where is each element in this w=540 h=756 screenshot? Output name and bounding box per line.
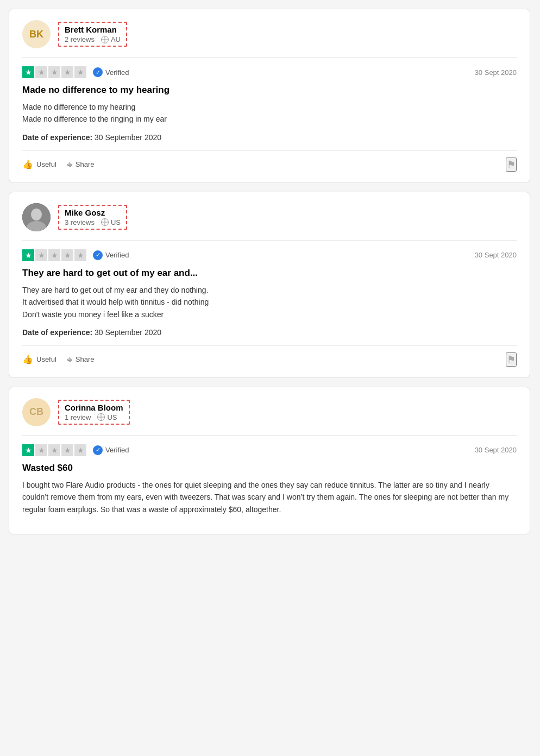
rating-left: ★★★★★ ✓ Verified bbox=[22, 444, 129, 456]
reviewer-name: Brett Korman bbox=[65, 25, 121, 34]
verified-label: Verified bbox=[105, 251, 129, 259]
share-icon: ⎆ bbox=[67, 160, 72, 169]
reviewer-section: CB Corinna Bloom 1 review US bbox=[22, 398, 517, 426]
globe-icon bbox=[101, 36, 109, 43]
reviewer-info-box: Corinna Bloom 1 review US bbox=[58, 400, 130, 425]
star-empty: ★ bbox=[48, 249, 60, 261]
review-title: Wasted $60 bbox=[22, 463, 517, 474]
review-card-3: CB Corinna Bloom 1 review US ★★★★★ ✓ Ver… bbox=[9, 387, 530, 534]
verified-badge: ✓ Verified bbox=[93, 250, 129, 260]
thumb-icon: 👍 bbox=[22, 159, 33, 169]
avatar bbox=[22, 203, 51, 231]
useful-button[interactable]: 👍 Useful bbox=[22, 354, 56, 364]
country: US bbox=[97, 413, 117, 421]
rating-left: ★★★★★ ✓ Verified bbox=[22, 66, 129, 78]
star-empty: ★ bbox=[35, 66, 47, 78]
verified-badge: ✓ Verified bbox=[93, 67, 129, 77]
date-of-experience: Date of experience: 30 September 2020 bbox=[22, 328, 517, 337]
reviewer-info-box: Brett Korman 2 reviews AU bbox=[58, 22, 127, 47]
country: US bbox=[101, 218, 121, 226]
useful-label: Useful bbox=[36, 355, 56, 363]
review-card-1: BK Brett Korman 2 reviews AU ★★★★★ ✓ Ver… bbox=[9, 9, 530, 183]
share-label: Share bbox=[76, 355, 95, 363]
check-icon: ✓ bbox=[93, 445, 103, 455]
review-date: 30 Sept 2020 bbox=[475, 251, 517, 259]
star-empty: ★ bbox=[61, 444, 73, 456]
star-rating: ★★★★★ bbox=[22, 444, 86, 456]
review-count: 1 review bbox=[65, 413, 91, 421]
verified-label: Verified bbox=[105, 446, 129, 454]
rating-left: ★★★★★ ✓ Verified bbox=[22, 249, 129, 261]
review-count: 3 reviews bbox=[65, 218, 95, 226]
review-title: Made no difference to my hearing bbox=[22, 85, 517, 96]
action-divider bbox=[22, 345, 517, 346]
star-empty: ★ bbox=[74, 444, 86, 456]
section-divider bbox=[22, 57, 517, 58]
thumb-icon: 👍 bbox=[22, 354, 33, 364]
star-filled: ★ bbox=[22, 444, 34, 456]
star-empty: ★ bbox=[74, 249, 86, 261]
check-icon: ✓ bbox=[93, 67, 103, 77]
globe-icon bbox=[97, 413, 105, 421]
action-divider bbox=[22, 150, 517, 151]
review-title: They are hard to get out of my ear and..… bbox=[22, 268, 517, 279]
share-button[interactable]: ⎆ Share bbox=[67, 355, 95, 364]
actions-row: 👍 Useful ⎆ Share ⚑ bbox=[22, 352, 517, 367]
actions-left: 👍 Useful ⎆ Share bbox=[22, 354, 95, 364]
reviewer-section: BK Brett Korman 2 reviews AU bbox=[22, 20, 517, 48]
review-date: 30 Sept 2020 bbox=[475, 446, 517, 454]
country-code: US bbox=[107, 413, 117, 421]
reviewer-section: Mike Gosz 3 reviews US bbox=[22, 203, 517, 231]
star-empty: ★ bbox=[61, 249, 73, 261]
rating-row: ★★★★★ ✓ Verified 30 Sept 2020 bbox=[22, 249, 517, 261]
reviewer-meta: 1 review US bbox=[65, 413, 123, 421]
star-empty: ★ bbox=[74, 66, 86, 78]
section-divider bbox=[22, 435, 517, 436]
review-date: 30 Sept 2020 bbox=[475, 68, 517, 77]
reviewer-name: Corinna Bloom bbox=[65, 403, 123, 412]
rating-row: ★★★★★ ✓ Verified 30 Sept 2020 bbox=[22, 66, 517, 78]
reviewer-info-box: Mike Gosz 3 reviews US bbox=[58, 205, 127, 230]
reviewer-meta: 2 reviews AU bbox=[65, 35, 121, 43]
svg-point-1 bbox=[31, 209, 42, 220]
star-empty: ★ bbox=[48, 444, 60, 456]
review-body: They are hard to get out of my ear and t… bbox=[22, 284, 517, 320]
star-empty: ★ bbox=[35, 249, 47, 261]
star-filled: ★ bbox=[22, 249, 34, 261]
actions-left: 👍 Useful ⎆ Share bbox=[22, 159, 95, 169]
date-of-experience-label: Date of experience: bbox=[22, 133, 92, 142]
useful-button[interactable]: 👍 Useful bbox=[22, 159, 56, 169]
date-of-experience-label: Date of experience: bbox=[22, 328, 92, 337]
reviewer-name: Mike Gosz bbox=[65, 208, 121, 217]
review-count: 2 reviews bbox=[65, 35, 95, 43]
share-icon: ⎆ bbox=[67, 355, 72, 364]
reviewer-meta: 3 reviews US bbox=[65, 218, 121, 226]
actions-row: 👍 Useful ⎆ Share ⚑ bbox=[22, 158, 517, 172]
globe-icon bbox=[101, 218, 109, 226]
flag-button[interactable]: ⚑ bbox=[506, 158, 517, 172]
date-of-experience: Date of experience: 30 September 2020 bbox=[22, 133, 517, 142]
country-code: AU bbox=[111, 35, 121, 43]
review-body: I bought two Flare Audio products - the … bbox=[22, 479, 517, 515]
share-label: Share bbox=[76, 160, 95, 168]
useful-label: Useful bbox=[36, 160, 56, 168]
rating-row: ★★★★★ ✓ Verified 30 Sept 2020 bbox=[22, 444, 517, 456]
review-body: Made no difference to my hearing Made no… bbox=[22, 101, 517, 125]
avatar: CB bbox=[22, 398, 51, 426]
review-card-2: Mike Gosz 3 reviews US ★★★★★ ✓ Verified bbox=[9, 192, 530, 378]
check-icon: ✓ bbox=[93, 250, 103, 260]
country: AU bbox=[101, 35, 121, 43]
section-divider bbox=[22, 240, 517, 241]
star-rating: ★★★★★ bbox=[22, 249, 86, 261]
share-button[interactable]: ⎆ Share bbox=[67, 160, 95, 169]
star-empty: ★ bbox=[35, 444, 47, 456]
verified-badge: ✓ Verified bbox=[93, 445, 129, 455]
avatar: BK bbox=[22, 20, 51, 48]
star-filled: ★ bbox=[22, 66, 34, 78]
star-rating: ★★★★★ bbox=[22, 66, 86, 78]
star-empty: ★ bbox=[48, 66, 60, 78]
avatar-image bbox=[22, 203, 51, 231]
country-code: US bbox=[111, 218, 121, 226]
flag-button[interactable]: ⚑ bbox=[506, 352, 517, 367]
star-empty: ★ bbox=[61, 66, 73, 78]
